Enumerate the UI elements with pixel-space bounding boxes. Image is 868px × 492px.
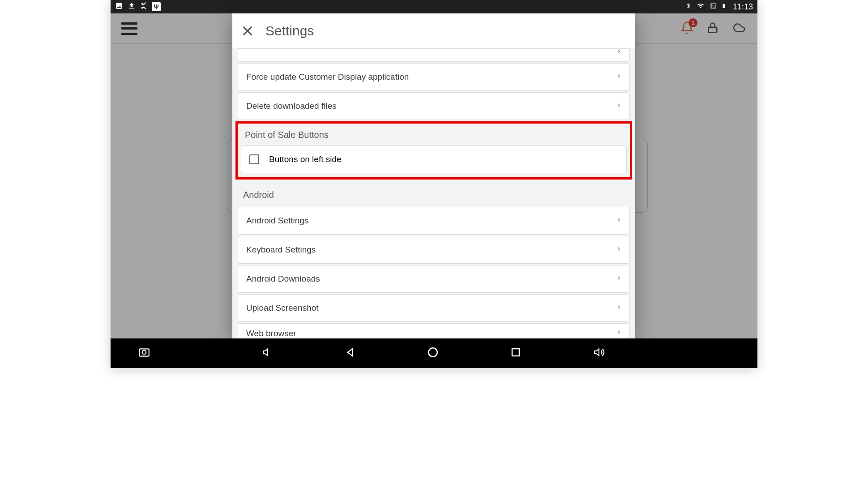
recents-button[interactable] [510, 347, 521, 359]
settings-row-upload-screenshot[interactable]: Upload Screenshot [238, 294, 630, 322]
chevron-right-icon [616, 245, 621, 255]
back-button[interactable] [346, 347, 355, 360]
wifi-icon [696, 2, 705, 12]
no-sim-icon [710, 2, 717, 12]
upload-icon [128, 2, 136, 12]
chevron-right-icon [616, 72, 621, 82]
settings-dialog: Settings Force update Customer Display a… [232, 13, 635, 338]
checkbox-label: Buttons on left side [269, 154, 342, 164]
bluetooth-icon [685, 2, 692, 12]
settings-row-keyboard-settings[interactable]: Keyboard Settings [238, 236, 630, 264]
section-header-android: Android [238, 183, 630, 205]
row-label: Android Downloads [246, 274, 320, 284]
svg-rect-4 [512, 349, 519, 356]
battery-icon [721, 1, 727, 13]
chevron-right-icon [616, 48, 621, 58]
home-button[interactable] [427, 347, 439, 360]
screenshot-button[interactable] [137, 347, 151, 360]
svg-point-2 [142, 351, 146, 355]
row-label: Delete downloaded files [246, 101, 337, 111]
settings-row-web-browser[interactable]: Web browser [238, 323, 630, 338]
volume-up-button[interactable] [593, 347, 606, 360]
highlighted-section: Point of Sale Buttons Buttons on left si… [235, 121, 632, 180]
scissors-icon [140, 2, 147, 12]
row-label: Upload Screenshot [246, 303, 319, 313]
dialog-title: Settings [265, 23, 314, 39]
section-header-pos: Point of Sale Buttons [238, 124, 630, 145]
android-status-bar: Ψ 11:13 [111, 0, 757, 13]
svg-point-3 [428, 348, 437, 357]
close-button[interactable] [240, 24, 255, 38]
chevron-right-icon [616, 328, 621, 338]
volume-down-button[interactable] [262, 347, 274, 360]
settings-row[interactable] [238, 48, 630, 62]
checkbox[interactable] [249, 154, 259, 164]
settings-row-delete-downloads[interactable]: Delete downloaded files [238, 92, 630, 120]
usb-icon: Ψ [152, 2, 161, 11]
settings-row-android-downloads[interactable]: Android Downloads [238, 265, 630, 293]
checkbox-row-buttons-left[interactable]: Buttons on left side [241, 145, 627, 173]
status-time: 11:13 [733, 2, 753, 12]
settings-row-android-settings[interactable]: Android Settings [238, 207, 630, 235]
settings-row-force-update[interactable]: Force update Customer Display applicatio… [238, 63, 630, 91]
chevron-right-icon [616, 303, 621, 313]
chevron-right-icon [616, 274, 621, 284]
chevron-right-icon [616, 101, 621, 111]
row-label: Force update Customer Display applicatio… [246, 72, 409, 82]
row-label: Android Settings [246, 216, 308, 226]
row-label: Keyboard Settings [246, 245, 316, 255]
chevron-right-icon [616, 216, 621, 226]
dialog-body[interactable]: Force update Customer Display applicatio… [232, 48, 635, 338]
image-icon [115, 2, 123, 12]
android-nav-bar [111, 338, 757, 368]
row-label: Web browser [246, 329, 296, 338]
